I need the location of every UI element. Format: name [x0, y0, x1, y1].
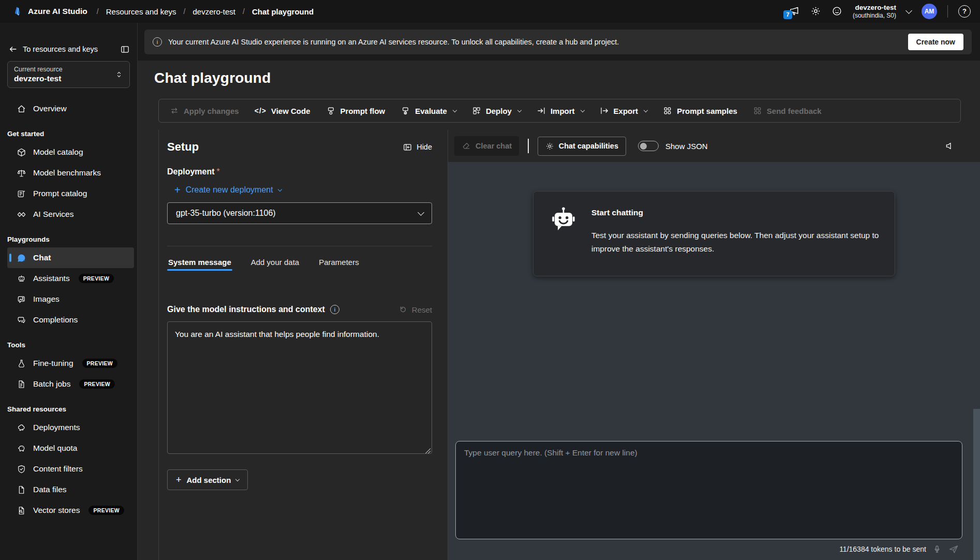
account-info[interactable]: devzero-test (southindia, S0) [853, 4, 896, 20]
setup-tabs: System message Add your data Parameters [167, 255, 432, 273]
sidebar-item-overview[interactable]: Overview [7, 98, 134, 119]
system-message-textarea[interactable]: You are an AI assistant that helps peopl… [167, 321, 432, 454]
deployment-select-value: gpt-35-turbo (version:1106) [176, 209, 276, 218]
breadcrumb: / Resources and keys / devzero-test / Ch… [97, 7, 314, 16]
assistants-robot-icon [17, 274, 26, 284]
sidebar-item-fine-tuning[interactable]: Fine-tuning PREVIEW [7, 353, 134, 374]
feedback-smiley-icon[interactable] [831, 6, 842, 17]
chevron-down-icon [277, 187, 281, 191]
create-now-button[interactable]: Create now [908, 34, 963, 50]
chat-input[interactable] [455, 441, 962, 539]
evaluate-button[interactable]: Evaluate [393, 99, 464, 122]
evaluate-icon [400, 106, 410, 116]
breadcrumb-resources-and-keys[interactable]: Resources and keys [106, 7, 176, 16]
add-section-label: Add section [187, 476, 231, 484]
info-icon: i [153, 37, 162, 47]
sidebar-item-assistants[interactable]: Assistants PREVIEW [7, 268, 134, 289]
chat-conversation-region: Start chatting Test your assistant by se… [448, 162, 980, 560]
collapse-panel-icon[interactable] [120, 45, 130, 54]
sidebar-item-model-catalog[interactable]: Model catalog [7, 142, 134, 163]
resource-selector[interactable]: Current resource devzero-test [7, 61, 130, 88]
sidebar-item-data-files[interactable]: Data files [7, 479, 134, 500]
deploy-button[interactable]: Deploy [464, 99, 529, 122]
chevron-down-icon [644, 108, 648, 112]
sidebar-item-deployments[interactable]: Deployments [7, 417, 134, 438]
sidebar-item-completions[interactable]: Completions [7, 310, 134, 330]
sidebar-item-vector-stores[interactable]: Vector stores PREVIEW [7, 500, 134, 521]
tab-add-your-data[interactable]: Add your data [250, 255, 300, 273]
sidebar-item-model-quota[interactable]: Model quota [7, 438, 134, 459]
export-button[interactable]: Export [592, 99, 656, 122]
reset-button[interactable]: Reset [398, 305, 432, 314]
sidebar-item-label: AI Services [33, 210, 73, 219]
tokens-row: 11/16384 tokens to be sent [448, 539, 980, 560]
show-json-toggle[interactable] [638, 141, 659, 151]
tab-parameters[interactable]: Parameters [318, 255, 360, 273]
apply-changes-button[interactable]: Apply changes [162, 99, 247, 122]
vertical-scrollbar[interactable] [973, 409, 980, 560]
send-feedback-button[interactable]: Send feedback [745, 99, 829, 122]
sidebar-item-ai-services[interactable]: AI Services [7, 204, 134, 225]
back-to-resources-link[interactable]: To resources and keys [0, 42, 137, 56]
avatar[interactable]: AM [922, 4, 937, 19]
import-button[interactable]: Import [529, 99, 592, 122]
content-filters-shield-icon [17, 464, 26, 474]
notifications-icon[interactable]: 7 [789, 6, 800, 17]
sidebar-item-prompt-catalog[interactable]: Prompt catalog [7, 183, 134, 204]
hide-setup-button[interactable]: Hide [403, 142, 432, 152]
tab-system-message[interactable]: System message [167, 255, 232, 273]
toolbar-label: Evaluate [415, 107, 447, 115]
sidebar-section-playgrounds: Playgrounds [0, 225, 137, 247]
sidebar-item-images[interactable]: Images [7, 289, 134, 310]
toggle-knob [640, 143, 647, 150]
create-new-deployment-link[interactable]: + Create new deployment [174, 185, 432, 195]
brand-title[interactable]: Azure AI Studio [28, 7, 87, 16]
sidebar-item-chat[interactable]: Chat [7, 247, 134, 268]
start-chatting-description: Test your assistant by sending queries b… [591, 229, 879, 255]
toolbar-label: Import [551, 107, 575, 115]
notification-badge: 7 [783, 10, 792, 19]
sidebar-item-batch-jobs[interactable]: Batch jobs PREVIEW [7, 374, 134, 394]
chevron-down-icon [235, 477, 240, 481]
breadcrumb-current-page: Chat playground [252, 7, 314, 16]
deployment-label: Deployment* [167, 167, 432, 176]
speaker-icon[interactable] [945, 141, 955, 151]
robot-icon [549, 206, 578, 255]
info-icon[interactable]: i [330, 305, 339, 314]
sidebar-item-content-filters[interactable]: Content filters [7, 459, 134, 479]
toolbar-label: Prompt samples [677, 107, 737, 115]
sidebar-item-label: Model catalog [33, 148, 83, 157]
prompt-samples-icon [663, 106, 672, 115]
home-icon [17, 104, 26, 114]
clear-chat-button[interactable]: Clear chat [454, 136, 519, 156]
settings-gear-icon[interactable] [810, 6, 821, 17]
import-icon [537, 106, 546, 115]
account-chevron-icon[interactable] [905, 7, 912, 14]
mic-icon[interactable] [932, 544, 942, 554]
sidebar-item-label: Fine-tuning [33, 359, 73, 368]
help-icon[interactable]: ? [958, 5, 971, 18]
toolbar-label: Apply changes [184, 107, 239, 115]
sidebar-item-label: Model quota [33, 444, 77, 453]
content-column: i Your current Azure AI Studio experienc… [138, 23, 980, 560]
info-banner: i Your current Azure AI Studio experienc… [144, 30, 972, 54]
sidebar-item-model-benchmarks[interactable]: Model benchmarks [7, 163, 134, 183]
view-code-button[interactable]: </> View Code [247, 99, 318, 122]
eraser-icon [462, 141, 471, 151]
app-window: Azure AI Studio / Resources and keys / d… [0, 0, 980, 560]
add-section-button[interactable]: + Add section [167, 469, 248, 490]
setup-title: Setup [167, 140, 199, 154]
top-bar: Azure AI Studio / Resources and keys / d… [0, 0, 980, 23]
reset-icon [398, 305, 408, 314]
breadcrumb-resource[interactable]: devzero-test [193, 7, 236, 16]
create-new-deployment-label: Create new deployment [186, 185, 273, 195]
sidebar-item-label: Chat [33, 253, 51, 262]
deployment-select[interactable]: gpt-35-turbo (version:1106) [167, 202, 432, 224]
prompt-samples-button[interactable]: Prompt samples [655, 99, 745, 122]
tokens-counter: 11/16384 tokens to be sent [839, 545, 926, 553]
sidebar: To resources and keys Current resource d… [0, 23, 138, 560]
send-icon[interactable] [948, 543, 959, 555]
prompt-flow-button[interactable]: Prompt flow [318, 99, 393, 122]
chat-capabilities-button[interactable]: Chat capabilities [538, 137, 626, 156]
send-feedback-icon [753, 106, 762, 115]
